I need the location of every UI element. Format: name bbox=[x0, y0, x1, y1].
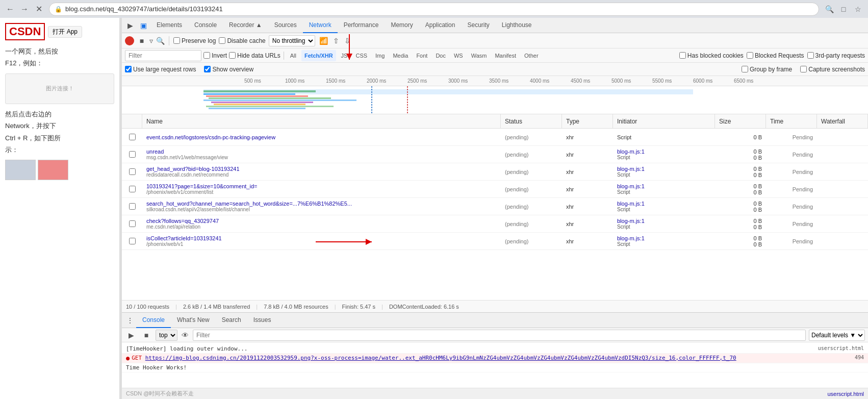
throttle-select[interactable]: No throttling Slow 3G Fast 3G Offline bbox=[269, 35, 315, 46]
filter-type-img[interactable]: Img bbox=[372, 50, 388, 61]
row-name-3[interactable]: 103193241?page=1&size=10&comment_id= /ph… bbox=[142, 182, 501, 196]
use-large-rows-checkbox[interactable] bbox=[125, 66, 132, 72]
initiator-link-2[interactable]: blog-m.js:1 bbox=[617, 166, 711, 172]
filter-type-ws[interactable]: WS bbox=[451, 50, 466, 61]
watermark-source[interactable]: userscript.html bbox=[827, 391, 864, 397]
tab-application[interactable]: Application bbox=[419, 18, 462, 33]
tab-sources[interactable]: Sources bbox=[268, 18, 303, 33]
filter-type-doc[interactable]: Doc bbox=[432, 50, 449, 61]
th-time[interactable]: Time bbox=[766, 114, 817, 128]
disable-cache-label[interactable]: Disable cache bbox=[219, 37, 265, 44]
network-table[interactable]: event.csdn.net/logstores/csdn-pc-trackin… bbox=[122, 129, 868, 300]
filter-type-css[interactable]: CSS bbox=[352, 50, 370, 61]
third-party-label[interactable]: 3rd-party requests bbox=[807, 52, 865, 59]
table-row[interactable]: isCollect?articleId=103193241 /phoenix/w… bbox=[122, 233, 868, 250]
network-search-button[interactable]: 🔍 bbox=[156, 37, 165, 45]
table-row[interactable]: event.csdn.net/logstores/csdn-pc-trackin… bbox=[122, 129, 868, 146]
stop-record-button[interactable]: ■ bbox=[137, 36, 146, 45]
row-name-4[interactable]: search_hot_word?channel_name=search_hot_… bbox=[142, 199, 501, 213]
preserve-log-checkbox[interactable] bbox=[173, 37, 180, 44]
browser-bookmark-button[interactable]: ☆ bbox=[852, 3, 864, 15]
console-tab-issues[interactable]: Issues bbox=[247, 313, 277, 328]
tab-network[interactable]: Network bbox=[303, 18, 338, 33]
group-by-frame-checkbox[interactable] bbox=[742, 66, 748, 72]
console-source-0[interactable]: userscript.html bbox=[818, 345, 864, 351]
tab-console[interactable]: Console bbox=[188, 18, 223, 33]
filter-type-other[interactable]: Other bbox=[521, 50, 542, 61]
tab-performance[interactable]: Performance bbox=[338, 18, 385, 33]
open-app-button[interactable]: 打开 App bbox=[48, 26, 82, 38]
row-checkbox-0[interactable] bbox=[122, 133, 142, 141]
console-tab-search[interactable]: Search bbox=[216, 313, 247, 328]
filter-type-js[interactable]: JS bbox=[338, 50, 351, 61]
table-row[interactable]: search_hot_word?channel_name=search_hot_… bbox=[122, 198, 868, 215]
third-party-checkbox[interactable] bbox=[807, 52, 814, 59]
filter-input[interactable] bbox=[125, 50, 201, 61]
filter-type-font[interactable]: Font bbox=[413, 50, 430, 61]
row-checkbox-1[interactable] bbox=[122, 150, 142, 159]
hide-data-urls-checkbox-label[interactable]: Hide data URLs bbox=[229, 52, 280, 59]
console-filter-input[interactable] bbox=[193, 330, 806, 341]
inspect-element-button[interactable]: ▶ bbox=[124, 19, 136, 32]
device-emulation-button[interactable]: ▣ bbox=[137, 19, 149, 32]
error-link-1[interactable]: https://img-blog.csdnimg.cn/201911220035… bbox=[145, 355, 736, 361]
tab-security[interactable]: Security bbox=[461, 18, 495, 33]
table-row[interactable]: 103193241?page=1&size=10&comment_id= /ph… bbox=[122, 181, 868, 198]
timeline-container[interactable]: 500 ms 1000 ms 1500 ms 2000 ms 2500 ms 3… bbox=[122, 76, 868, 114]
th-name[interactable]: Name bbox=[142, 114, 501, 128]
row-name-6[interactable]: isCollect?articleId=103193241 /phoenix/w… bbox=[142, 234, 501, 248]
th-waterfall[interactable]: Waterfall bbox=[817, 114, 868, 128]
filter-type-all[interactable]: All bbox=[287, 50, 299, 61]
group-by-frame-label[interactable]: Group by frame bbox=[742, 66, 792, 73]
table-row[interactable]: unread msg.csdn.net/v1/web/message/view … bbox=[122, 146, 868, 163]
filter-type-fetch-xhr[interactable]: Fetch/XHR bbox=[301, 50, 336, 61]
invert-checkbox-label[interactable]: Invert bbox=[203, 52, 227, 59]
th-initiator[interactable]: Initiator bbox=[613, 114, 715, 128]
export-button[interactable]: ⇩ bbox=[343, 36, 351, 46]
forward-button[interactable]: → bbox=[18, 3, 31, 15]
has-blocked-cookies-checkbox[interactable] bbox=[679, 52, 686, 59]
import-button[interactable]: ⇧ bbox=[332, 36, 340, 46]
initiator-link-1[interactable]: blog-m.js:1 bbox=[617, 148, 711, 155]
filter-type-manifest[interactable]: Manifest bbox=[492, 50, 519, 61]
refresh-button[interactable]: ✕ bbox=[33, 3, 45, 15]
row-name-1[interactable]: unread msg.csdn.net/v1/web/message/view bbox=[142, 147, 501, 161]
disable-cache-checkbox[interactable] bbox=[219, 37, 225, 44]
address-bar[interactable]: 🔒 blog.csdn.net/qq_43029747/article/deta… bbox=[49, 3, 819, 16]
browser-search-button[interactable]: 🔍 bbox=[823, 3, 835, 15]
initiator-link-4[interactable]: blog-m.js:1 bbox=[617, 201, 711, 207]
tab-elements[interactable]: Elements bbox=[150, 18, 188, 33]
th-size[interactable]: Size bbox=[715, 114, 766, 128]
back-button[interactable]: ← bbox=[4, 3, 16, 15]
console-eye-button[interactable]: 👁 bbox=[181, 330, 190, 340]
console-stop-button[interactable]: ■ bbox=[140, 329, 152, 341]
hide-data-urls-checkbox[interactable] bbox=[229, 52, 236, 59]
console-tab-whats-new[interactable]: What's New bbox=[171, 313, 216, 328]
use-large-rows-label[interactable]: Use large request rows bbox=[125, 66, 196, 73]
table-row[interactable]: get_head_word?bid=blog-103193241 redisda… bbox=[122, 163, 868, 181]
row-name-0[interactable]: event.csdn.net/logstores/csdn-pc-trackin… bbox=[142, 133, 501, 141]
capture-screenshots-checkbox[interactable] bbox=[800, 66, 807, 72]
filter-type-media[interactable]: Media bbox=[390, 50, 411, 61]
console-menu-button[interactable]: ⋮ bbox=[124, 314, 136, 327]
th-type[interactable]: Type bbox=[562, 114, 613, 128]
row-checkbox-3[interactable] bbox=[122, 185, 142, 193]
record-button[interactable] bbox=[125, 36, 134, 45]
table-row[interactable]: check?follows=qq_43029747 me.csdn.net/ap… bbox=[122, 215, 868, 233]
tab-recorder[interactable]: Recorder ▲ bbox=[223, 18, 268, 33]
blocked-requests-label[interactable]: Blocked Requests bbox=[747, 52, 804, 59]
filter-type-wasm[interactable]: Wasm bbox=[468, 50, 490, 61]
row-name-5[interactable]: check?follows=qq_43029747 me.csdn.net/ap… bbox=[142, 217, 501, 231]
browser-share-button[interactable]: □ bbox=[837, 3, 850, 15]
preserve-log-label[interactable]: Preserve log bbox=[173, 37, 216, 44]
tab-lighthouse[interactable]: Lighthouse bbox=[496, 18, 538, 33]
row-checkbox-5[interactable] bbox=[122, 219, 142, 228]
console-level-select[interactable]: Default levels ▼ bbox=[809, 330, 865, 341]
row-checkbox-4[interactable] bbox=[122, 202, 142, 211]
initiator-link-6[interactable]: blog-m.js:1 bbox=[617, 235, 711, 241]
console-context-select[interactable]: top bbox=[156, 330, 177, 341]
show-overview-label[interactable]: Show overview bbox=[204, 66, 253, 73]
row-checkbox-2[interactable] bbox=[122, 167, 142, 176]
has-blocked-cookies-label[interactable]: Has blocked cookies bbox=[679, 52, 744, 59]
wifi-icon[interactable]: 📶 bbox=[318, 36, 329, 46]
